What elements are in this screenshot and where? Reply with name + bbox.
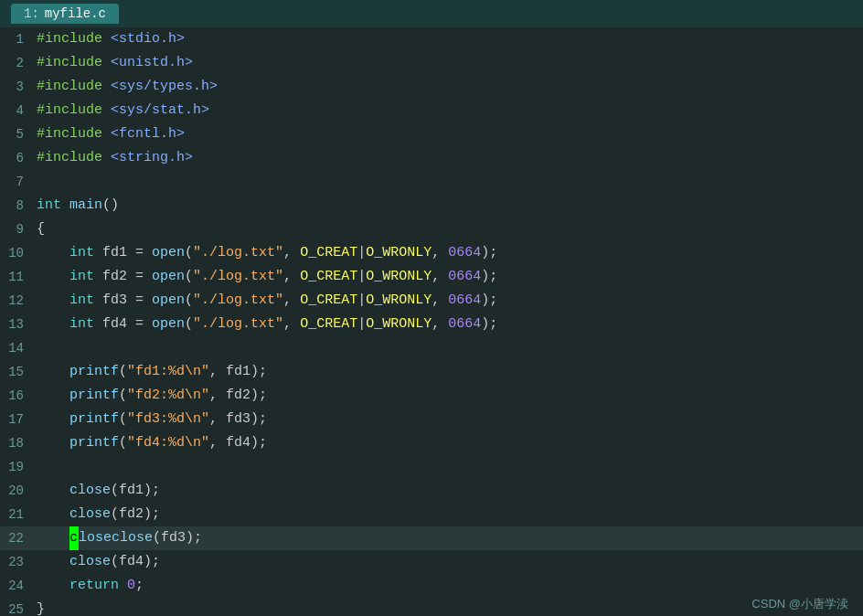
code-token: open — [152, 269, 185, 284]
code-token: ( — [185, 292, 193, 308]
code-token: 0664 — [448, 269, 481, 284]
code-token: printf — [69, 411, 119, 427]
code-token: <string.h> — [111, 150, 193, 165]
tab[interactable]: 1: myfile.c — [11, 4, 119, 24]
code-token — [102, 126, 111, 142]
tab-filename: myfile.c — [45, 6, 106, 21]
code-token: #include — [37, 126, 102, 142]
code-token: (fd1); — [111, 483, 160, 498]
line-content: printf("fd1:%d\n", fd1); — [33, 360, 267, 384]
line-content: close(fd2); — [33, 503, 160, 526]
line-content: printf("fd4:%d\n", fd4); — [33, 431, 267, 455]
line-content: int fd2 = open("./log.txt", O_CREAT|O_WR… — [33, 265, 497, 289]
code-token: ( — [119, 364, 127, 379]
code-token: #include — [37, 31, 102, 47]
code-token — [61, 197, 69, 213]
code-token: , fd1); — [209, 364, 267, 379]
code-token: ( — [185, 316, 193, 332]
code-line: 10 int fd1 = open("./log.txt", O_CREAT|O… — [0, 241, 863, 265]
code-line: 23 close(fd4); — [0, 550, 863, 574]
code-token — [119, 578, 127, 593]
code-token: <sys/stat.h> — [111, 102, 209, 118]
code-token: close — [69, 554, 111, 569]
code-line: 15 printf("fd1:%d\n", fd1); — [0, 360, 863, 384]
cursor: c — [69, 526, 79, 550]
line-content: } — [33, 598, 45, 616]
code-token: ( — [119, 435, 127, 451]
code-token: <unistd.h> — [111, 55, 193, 70]
line-number: 6 — [0, 146, 33, 170]
code-token: #include — [37, 55, 102, 70]
code-line: 5#include <fcntl.h> — [0, 122, 863, 146]
code-token — [102, 55, 111, 70]
line-number: 3 — [0, 75, 33, 99]
code-token: printf — [69, 388, 119, 403]
line-number: 7 — [0, 170, 33, 194]
code-line: 3#include <sys/types.h> — [0, 75, 863, 99]
code-token: , — [283, 245, 300, 260]
code-token: int — [69, 269, 94, 284]
code-token — [37, 506, 69, 522]
code-line: 25} — [0, 598, 863, 616]
code-token: O_CREAT — [300, 316, 357, 332]
code-line: 24 return 0; — [0, 574, 863, 598]
code-token: open — [152, 245, 185, 260]
code-token: open — [152, 316, 185, 332]
line-number: 2 — [0, 51, 33, 75]
line-number: 10 — [0, 241, 33, 265]
code-line: 20 close(fd1); — [0, 479, 863, 503]
line-number: 24 — [0, 574, 33, 598]
code-token — [37, 269, 69, 284]
line-content: { — [33, 218, 45, 241]
code-token: O_WRONLY — [366, 245, 432, 260]
code-token: fd1 = — [94, 245, 152, 260]
line-content: return 0; — [33, 574, 144, 598]
code-token: O_WRONLY — [366, 292, 432, 308]
code-line: 8int main() — [0, 194, 863, 218]
line-number: 22 — [0, 526, 33, 550]
code-token: "./log.txt" — [193, 269, 283, 284]
line-number: 8 — [0, 194, 33, 218]
line-number: 19 — [0, 455, 33, 479]
line-number: 16 — [0, 384, 33, 408]
code-token: 0664 — [448, 245, 481, 260]
code-token: { — [37, 221, 45, 237]
line-content: printf("fd2:%d\n", fd2); — [33, 384, 267, 408]
code-token: "fd2:%d\n" — [127, 388, 209, 403]
code-token: | — [357, 269, 366, 284]
code-line: 14 — [0, 336, 863, 360]
code-token: main — [69, 197, 102, 213]
line-content: #include <string.h> — [33, 146, 193, 170]
code-token: , — [432, 269, 448, 284]
code-token: printf — [69, 435, 119, 451]
code-token: int — [69, 316, 94, 332]
code-line: 18 printf("fd4:%d\n", fd4); — [0, 431, 863, 455]
code-line: 22 closeclose(fd3); — [0, 526, 863, 550]
line-number: 1 — [0, 27, 33, 51]
line-number: 13 — [0, 313, 33, 336]
code-token: , — [432, 316, 448, 332]
code-token: ( — [185, 245, 193, 260]
code-token: (fd2); — [111, 506, 160, 522]
line-content: int fd1 = open("./log.txt", O_CREAT|O_WR… — [33, 241, 497, 265]
code-token: , — [432, 292, 448, 308]
code-token: open — [152, 292, 185, 308]
line-content: #include <sys/types.h> — [33, 75, 218, 99]
code-token: ; — [135, 578, 144, 593]
code-token — [37, 364, 69, 379]
line-content: int fd3 = open("./log.txt", O_CREAT|O_WR… — [33, 289, 497, 313]
code-token: lose — [79, 530, 112, 546]
code-token: , fd2); — [209, 388, 267, 403]
code-token: #include — [37, 102, 102, 118]
code-token — [102, 150, 111, 165]
code-token: <stdio.h> — [111, 31, 185, 47]
code-token: close — [69, 506, 111, 522]
code-token — [102, 79, 111, 94]
tab-number: 1: — [24, 6, 39, 21]
code-token: int — [69, 245, 94, 260]
line-number: 15 — [0, 360, 33, 384]
code-token: , fd4); — [209, 435, 267, 451]
code-token: "./log.txt" — [193, 316, 283, 332]
code-line: 9{ — [0, 218, 863, 241]
code-token: "./log.txt" — [193, 245, 283, 260]
